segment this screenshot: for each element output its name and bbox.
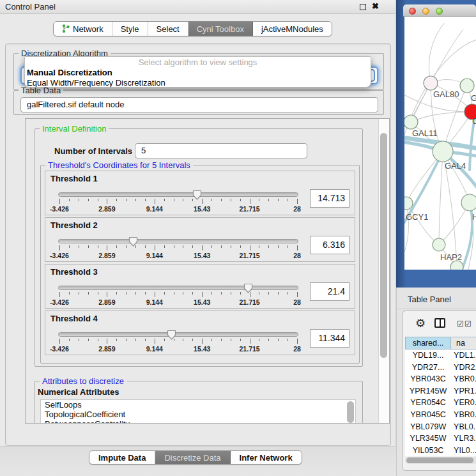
network-node-GAL4[interactable] (433, 141, 453, 162)
dropdown-item-equal-width[interactable]: Equal Width/Frequency Discretization (25, 78, 371, 88)
table-row[interactable]: YPR145WYPR1... (405, 385, 476, 397)
scale-label: 28 (293, 298, 301, 306)
column-header[interactable]: shared... (405, 337, 451, 349)
table-row[interactable]: YBR043CYBR0... (405, 373, 476, 385)
slider-track[interactable] (58, 332, 298, 337)
horizontal-scrollbar-track[interactable] (405, 457, 476, 464)
table-row[interactable]: YBR045CYBR0... (405, 409, 476, 421)
threshold-value-field[interactable]: 11.344 (310, 329, 349, 348)
tick-mark (69, 292, 70, 295)
table-cell: YPR1... (451, 385, 476, 397)
network-node-H-node[interactable] (461, 194, 476, 211)
network-edge[interactable] (439, 151, 443, 245)
table-cell: YBR043C (405, 373, 451, 385)
vertical-scrollbar-track[interactable] (378, 119, 389, 423)
table-row[interactable]: YLR345WYLR3... (405, 433, 476, 445)
gear-icon[interactable]: ⚙ (415, 316, 426, 330)
tab-label: Infer Network (240, 453, 293, 463)
list-item[interactable]: BetweennessCentrality (41, 419, 355, 424)
attribute-items: SelfLoopsTopologicalCoefficientBetweenne… (41, 400, 355, 424)
table-data-combobox[interactable]: galFiltered.sif default node (20, 97, 378, 112)
tick-mark (202, 292, 203, 297)
network-node-node-top-right[interactable] (460, 79, 474, 93)
dropdown-item-manual[interactable]: Manual Discretization (25, 68, 371, 78)
tab-infer-network[interactable]: Infer Network (231, 451, 302, 464)
numerical-attributes-list[interactable]: SelfLoopsTopologicalCoefficientBetweenne… (40, 399, 356, 424)
table-cell: YLR345W (405, 433, 451, 445)
network-node-GAL80[interactable] (424, 76, 438, 90)
tick-mark (221, 245, 222, 248)
table-row[interactable]: YDR27...YDR2... (405, 362, 476, 374)
screen: Control Panel ✖ NetworkStyleSelectCyni T… (0, 0, 476, 476)
checkbox-icon[interactable]: ☑ (464, 319, 472, 328)
slider-track[interactable] (58, 239, 298, 243)
network-canvas[interactable]: GAL80G.CGAL11GAL4GCY1HHAP2 (404, 17, 476, 270)
table-cell: YLR3... (451, 433, 476, 445)
threshold-value-field[interactable]: 14.713 (310, 189, 349, 208)
network-node-node-bottom[interactable] (450, 261, 463, 270)
horizontal-scrollbar-thumb[interactable] (406, 457, 473, 463)
tick-mark (79, 292, 79, 295)
number-of-intervals-combobox[interactable]: 5 (135, 143, 307, 158)
tick-mark (297, 292, 298, 297)
tick-mark (250, 292, 250, 297)
network-node-GAL11[interactable] (404, 115, 418, 129)
tick-mark (183, 199, 183, 201)
network-node-GCY1[interactable] (404, 197, 413, 210)
tab-select[interactable]: Select (148, 22, 188, 36)
scale-label: -3.426 (50, 298, 69, 306)
table-row[interactable]: YDL19...YDL1... (405, 349, 476, 362)
threshold-box-1: Threshold 1-3.4262.8599.14415.4321.71528… (45, 171, 355, 215)
network-edge[interactable] (429, 23, 444, 83)
tick-mark (231, 339, 231, 341)
number-of-intervals-label: Number of Intervals (54, 146, 132, 156)
scale-label: 15.43 (194, 298, 210, 306)
table-rows: YDL19...YDL1...YDR27...YDR2...YBR043CYBR… (405, 349, 476, 456)
minimize-traffic-icon[interactable] (422, 8, 429, 15)
scale-label: 9.144 (146, 205, 163, 213)
column-header[interactable]: na (451, 337, 476, 349)
network-node-HAP2[interactable] (433, 238, 445, 251)
node-label: C (472, 116, 476, 126)
slider-ticks (59, 292, 297, 298)
tick-mark (221, 199, 222, 201)
threshold-value-field[interactable]: 6.316 (310, 236, 349, 254)
table-row[interactable]: YIL053CYIL0... (405, 445, 476, 457)
list-item[interactable]: SelfLoops (41, 400, 355, 410)
tick-mark (145, 292, 146, 295)
list-item[interactable]: TopologicalCoefficient (41, 410, 355, 419)
threshold-value-field[interactable]: 21.4 (310, 282, 349, 301)
tab-jactivemnodules[interactable]: jActiveMNodules (253, 22, 332, 36)
threshold-slider[interactable]: -3.4262.8599.14415.4321.71528 (58, 282, 298, 308)
close-icon[interactable]: ✖ (372, 1, 379, 11)
close-traffic-icon[interactable] (409, 8, 416, 15)
tab-network[interactable]: Network (54, 22, 112, 36)
zoom-traffic-icon[interactable] (436, 8, 443, 15)
tab-impute-data[interactable]: Impute Data (89, 451, 155, 464)
tab-discretize-data[interactable]: Discretize Data (155, 451, 230, 464)
slider-scale-labels: -3.4262.8599.14415.4321.71528 (59, 298, 297, 306)
list-scrollbar[interactable] (347, 401, 354, 423)
tick-mark (164, 245, 165, 248)
scale-label: 15.43 (194, 252, 210, 259)
cyni-toolbox-panel: Discretization Algorithm Select algorith… (5, 43, 391, 446)
tick-mark (69, 199, 70, 201)
split-columns-icon[interactable] (434, 318, 445, 328)
table-row[interactable]: YER054CYER0... (405, 397, 476, 409)
threshold-slider[interactable]: -3.4262.8599.14415.4321.71528 (58, 329, 298, 355)
float-window-icon[interactable] (360, 4, 366, 10)
tab-style[interactable]: Style (112, 22, 148, 36)
tab-cyni-toolbox[interactable]: Cyni Toolbox (188, 22, 253, 36)
scale-label: 28 (293, 252, 301, 259)
slider-track[interactable] (58, 286, 298, 290)
table-row[interactable]: YBL079WYBL0... (405, 421, 476, 433)
slider-track[interactable] (58, 192, 298, 197)
vertical-scrollbar-thumb[interactable] (380, 133, 387, 358)
threshold-slider[interactable]: -3.4262.8599.14415.4321.71528 (58, 236, 298, 261)
tick-mark (183, 292, 183, 295)
node-label: HAP2 (440, 252, 462, 262)
checkbox-icon[interactable]: ☑ (457, 319, 464, 328)
threshold-slider[interactable]: -3.4262.8599.14415.4321.71528 (58, 189, 298, 215)
network-edge[interactable] (411, 112, 472, 122)
tick-mark (126, 339, 127, 341)
